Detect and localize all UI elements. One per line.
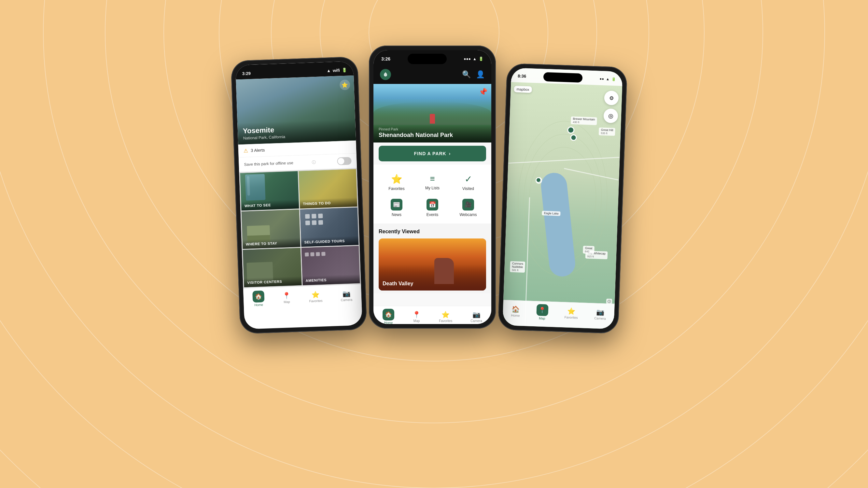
recently-viewed-title: Recently Viewed (379, 229, 486, 234)
left-nav-camera[interactable]: 📷 Camera (341, 289, 352, 301)
center-nav-map[interactable]: 📍 Map (412, 311, 421, 323)
center-home-label: Home (384, 321, 393, 324)
center-status-bar: 3:26 ●●● ▲ 🔋 (373, 50, 491, 66)
visited-icon: ✓ (465, 174, 472, 185)
hero-overlay: Pinned Park Shenandoah National Park (373, 123, 491, 142)
brewer-mountain-label: Brewer Mountain430 ft (571, 116, 597, 125)
quick-favorites[interactable]: ⭐ Favorites (379, 170, 414, 195)
find-park-button[interactable]: FIND A PARK › (379, 146, 486, 161)
hero-overlay: Yosemite National Park, California (237, 119, 356, 145)
home-icon: 🏠 (252, 291, 265, 302)
profile-icon[interactable]: 👤 (476, 70, 485, 79)
rock-formation (434, 258, 454, 284)
center-camera-label: Camera (470, 319, 482, 323)
home-label: Home (254, 303, 263, 307)
center-favorites-icon: ⭐ (441, 311, 450, 319)
quick-events[interactable]: 📅 Events (414, 195, 450, 221)
center-home-icon: 🏠 (382, 309, 394, 321)
center-wifi-icon: ▲ (473, 57, 477, 61)
right-nav-camera[interactable]: 📷 Camera (594, 308, 606, 321)
offline-label: Save this park for offline use (244, 161, 293, 167)
news-label: News (392, 213, 401, 217)
center-favorites-label: Favorites (439, 319, 452, 323)
phone-right: Brewer Mountain430 ft Great Hill535 ft E… (498, 63, 627, 334)
map-pin-2[interactable] (535, 177, 542, 184)
right-nav-favorites[interactable]: ⭐ Favorites (564, 307, 578, 319)
center-nav-favorites[interactable]: ⭐ Favorites (439, 311, 452, 323)
lists-icon: ≡ (430, 174, 435, 184)
tile-where-to-stay-label: WHERE TO STAY (243, 238, 300, 249)
center-status-icons: ●●● ▲ 🔋 (464, 57, 484, 61)
phone-left: 3:29 ▲ wifi 🔋 Yosemite National Park, Ca… (230, 56, 367, 334)
right-status-time: 8:36 (518, 73, 526, 78)
events-label: Events (427, 213, 439, 217)
favorites-quick-icon: ⭐ (391, 174, 402, 185)
right-wifi-icon: ▲ (606, 77, 610, 81)
wifi-icon: wifi (333, 68, 340, 73)
phone-left-screen: 3:29 ▲ wifi 🔋 Yosemite National Park, Ca… (236, 61, 362, 329)
right-signal-icon: ●● (600, 77, 604, 81)
alert-icon: ⚠ (244, 148, 248, 154)
center-battery-icon: 🔋 (478, 57, 484, 61)
news-icon-bg: 📰 (391, 199, 402, 210)
tile-visitor-centers[interactable]: VISITOR CENTERS (243, 248, 302, 287)
tile-amenities[interactable]: AMENITIES (301, 246, 360, 285)
right-camera-label: Camera (594, 317, 606, 321)
tile-amenities-label: AMENITIES (302, 274, 360, 285)
quick-visited[interactable]: ✓ Visited (450, 170, 486, 195)
center-bottom-nav: 🏠 Home 📍 Map ⭐ Favorites 📷 Camera (373, 306, 491, 324)
shenandoah-name: Shenandoah National Park (379, 132, 486, 139)
offline-toggle[interactable] (337, 157, 352, 165)
right-map-label: Map (539, 317, 545, 321)
quick-my-lists[interactable]: ≡ My Lists (414, 170, 450, 195)
right-favorites-label: Favorites (564, 315, 578, 319)
left-hero-image: Yosemite National Park, California ⭐ (236, 75, 356, 145)
great-hill-label: Great Hill535 ft (599, 128, 615, 136)
left-status-time: 3:29 (242, 71, 251, 76)
death-valley-label: Death Valley (382, 281, 413, 287)
left-bottom-nav: 🏠 Home 📍 Map ⭐ Favorites 📷 Camera (243, 284, 362, 314)
category-grid: WHAT TO SEE THINGS TO DO WHERE TO STAY (239, 168, 361, 288)
right-dynamic-island (543, 72, 583, 83)
death-valley-card[interactable]: Death Valley (379, 238, 486, 291)
camera-label: Camera (341, 298, 352, 301)
tile-self-guided[interactable]: SELF-GUIDED TOURS (300, 207, 359, 247)
favorites-icon: ⭐ (311, 291, 320, 299)
map-view[interactable]: Brewer Mountain430 ft Great Hill535 ft E… (502, 68, 622, 329)
favorites-label: Favorites (309, 299, 322, 303)
connors-label: ConnorsNubbble581 ft (510, 261, 525, 273)
pin-icon: 📌 (478, 88, 487, 96)
right-favorites-icon: ⭐ (567, 307, 576, 315)
quick-news[interactable]: 📰 News (379, 195, 414, 221)
filter-icon: ⚙ (609, 95, 614, 101)
center-nav-home[interactable]: 🏠 Home (382, 309, 394, 324)
left-nav-home[interactable]: 🏠 Home (252, 291, 265, 307)
phone-right-screen: Brewer Mountain430 ft Great Hill535 ft E… (502, 68, 622, 329)
phone-center-screen: 3:26 ●●● ▲ 🔋 🔍 👤 (373, 50, 491, 324)
tile-what-to-see[interactable]: WHAT TO SEE (240, 171, 299, 210)
find-park-label: FIND A PARK (414, 151, 446, 156)
person-silhouette (430, 114, 435, 124)
hero-park-card[interactable]: Pinned Park Shenandoah National Park 📌 (373, 84, 491, 142)
center-nav-camera[interactable]: 📷 Camera (470, 311, 482, 323)
left-nav-favorites[interactable]: ⭐ Favorites (309, 291, 322, 303)
quick-access-grid: ⭐ Favorites ≡ My Lists ✓ Visited 📰 New (373, 165, 491, 224)
nps-logo (380, 69, 391, 80)
right-nav-home[interactable]: 🏠 Home (511, 305, 520, 318)
tile-where-to-stay[interactable]: WHERE TO STAY (242, 209, 300, 249)
center-scroll-content[interactable]: Pinned Park Shenandoah National Park 📌 F… (373, 84, 491, 306)
pin-inner (535, 177, 541, 183)
tile-what-to-see-label: WHAT TO SEE (241, 199, 299, 210)
phones-container: 3:29 ▲ wifi 🔋 Yosemite National Park, Ca… (255, 33, 613, 455)
map-label-text: Map (284, 300, 290, 304)
my-lists-label: My Lists (425, 186, 439, 190)
quick-webcams[interactable]: 🎥 Webcams (450, 195, 486, 221)
right-battery-icon: 🔋 (612, 77, 616, 82)
favorites-quick-label: Favorites (389, 187, 404, 191)
center-signal-icon: ●●● (464, 57, 471, 61)
left-nav-map[interactable]: 📍 Map (282, 292, 291, 304)
search-icon[interactable]: 🔍 (462, 70, 471, 79)
right-nav-map[interactable]: 📍 Map (536, 304, 549, 320)
right-map-active-icon: 📍 (536, 304, 548, 316)
tile-things-to-do[interactable]: THINGS TO DO (299, 169, 357, 208)
